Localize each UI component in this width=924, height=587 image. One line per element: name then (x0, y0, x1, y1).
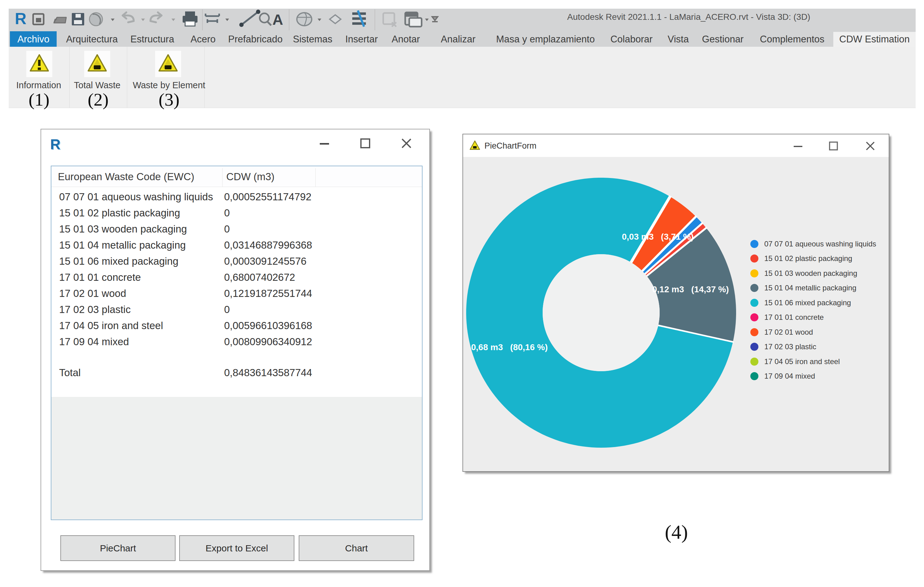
svg-text:R: R (15, 10, 26, 28)
svg-text:A: A (272, 12, 283, 28)
